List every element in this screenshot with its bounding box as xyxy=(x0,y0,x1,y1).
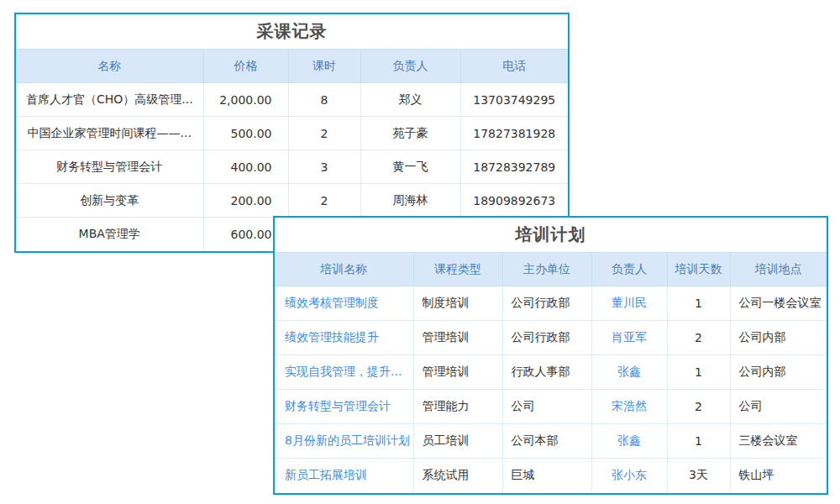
column-header-phone: 电话 xyxy=(460,50,568,83)
training-name-link[interactable]: 绩效管理技能提升 xyxy=(285,330,379,344)
days-cell: 1 xyxy=(667,286,730,321)
training-plan-panel: 培训计划 培训名称 课程类型 主办单位 负责人 培训天数 培训地点 绩效考核管理… xyxy=(273,216,828,495)
table-row: 绩效考核管理制度 制度培训 公司行政部 董川民 1 公司一楼会议室 xyxy=(275,286,827,321)
organizer-cell: 巨城 xyxy=(502,459,591,493)
hours-cell: 2 xyxy=(288,184,360,218)
manager-cell: 郑义 xyxy=(360,83,460,117)
column-header-price: 价格 xyxy=(203,50,288,83)
organizer-cell: 公司本部 xyxy=(502,424,591,459)
phone-cell: 13703749295 xyxy=(460,83,568,117)
table-row: 8月份新的员工培训计划 员工培训 公司本部 张鑫 1 三楼会议室 xyxy=(275,424,827,459)
column-header-course-type: 课程类型 xyxy=(413,253,502,286)
column-header-organizer: 主办单位 xyxy=(502,253,591,286)
location-cell: 公司内部 xyxy=(730,321,827,355)
training-name-link[interactable]: 实现自我管理，提升... xyxy=(285,365,402,378)
training-name-link[interactable]: 财务转型与管理会计 xyxy=(285,399,391,412)
days-cell: 1 xyxy=(667,424,730,459)
manager-cell: 张鑫 xyxy=(591,424,667,459)
hours-cell: 3 xyxy=(288,150,360,184)
table-row: 首席人才官（CHO）高级管理... 2,000.00 8 郑义 13703749… xyxy=(16,83,568,117)
manager-link[interactable]: 董川民 xyxy=(612,296,647,309)
organizer-cell: 公司行政部 xyxy=(502,321,591,355)
training-plan-title: 培训计划 xyxy=(275,218,827,252)
organizer-cell: 公司 xyxy=(502,390,591,424)
location-cell: 公司一楼会议室 xyxy=(730,286,827,321)
training-name-cell: 8月份新的员工培训计划 xyxy=(275,424,413,459)
manager-link[interactable]: 宋浩然 xyxy=(612,399,647,412)
column-header-training-name: 培训名称 xyxy=(275,253,413,286)
days-cell: 2 xyxy=(667,390,730,424)
training-name-cell: 新员工拓展培训 xyxy=(275,459,413,493)
table-row: 财务转型与管理会计 400.00 3 黄一飞 18728392789 xyxy=(16,150,568,184)
column-header-manager: 负责人 xyxy=(360,50,460,83)
location-cell: 公司 xyxy=(730,390,827,424)
course-type-cell: 管理培训 xyxy=(413,355,502,390)
manager-link[interactable]: 张鑫 xyxy=(617,433,641,447)
training-name-link[interactable]: 8月份新的员工培训计划 xyxy=(285,433,410,447)
location-cell: 铁山坪 xyxy=(730,459,827,493)
manager-link[interactable]: 张鑫 xyxy=(617,365,641,378)
organizer-cell: 行政人事部 xyxy=(502,355,591,390)
table-row: 绩效管理技能提升 管理培训 公司行政部 肖亚军 2 公司内部 xyxy=(275,321,827,355)
manager-link[interactable]: 张小东 xyxy=(612,468,647,481)
column-header-hours: 课时 xyxy=(288,50,360,83)
table-row: 实现自我管理，提升... 管理培训 行政人事部 张鑫 1 公司内部 xyxy=(275,355,827,390)
training-name-link[interactable]: 绩效考核管理制度 xyxy=(285,296,379,309)
manager-cell: 宋浩然 xyxy=(591,390,667,424)
price-cell: 200.00 xyxy=(203,184,288,218)
manager-cell: 董川民 xyxy=(591,286,667,321)
price-cell: 2,000.00 xyxy=(203,83,288,117)
training-name-cell: 实现自我管理，提升... xyxy=(275,355,413,390)
manager-cell: 肖亚军 xyxy=(591,321,667,355)
training-name-link[interactable]: 新员工拓展培训 xyxy=(285,468,367,481)
course-type-cell: 系统试用 xyxy=(413,459,502,493)
manager-link[interactable]: 肖亚军 xyxy=(612,330,647,344)
table-row: 财务转型与管理会计 管理能力 公司 宋浩然 2 公司 xyxy=(275,390,827,424)
organizer-cell: 公司行政部 xyxy=(502,286,591,321)
column-header-days: 培训天数 xyxy=(667,253,730,286)
manager-cell: 黄一飞 xyxy=(360,150,460,184)
phone-cell: 17827381928 xyxy=(460,117,568,150)
manager-cell: 苑子豪 xyxy=(360,117,460,150)
phone-cell: 18728392789 xyxy=(460,150,568,184)
column-header-manager: 负责人 xyxy=(591,253,667,286)
price-cell: 500.00 xyxy=(203,117,288,150)
manager-cell: 张鑫 xyxy=(591,355,667,390)
training-header-row: 培训名称 课程类型 主办单位 负责人 培训天数 培训地点 xyxy=(275,253,827,286)
column-header-location: 培训地点 xyxy=(730,253,827,286)
course-type-cell: 管理能力 xyxy=(413,390,502,424)
manager-cell: 张小东 xyxy=(591,459,667,493)
location-cell: 三楼会议室 xyxy=(730,424,827,459)
table-row: 中国企业家管理时间课程——... 500.00 2 苑子豪 1782738192… xyxy=(16,117,568,150)
course-name-cell: 首席人才官（CHO）高级管理... xyxy=(16,83,203,117)
hours-cell: 8 xyxy=(288,83,360,117)
purchase-header-row: 名称 价格 课时 负责人 电话 xyxy=(16,50,568,83)
course-name-cell: 中国企业家管理时间课程——... xyxy=(16,117,203,150)
phone-cell: 18909892673 xyxy=(460,184,568,218)
training-name-cell: 绩效考核管理制度 xyxy=(275,286,413,321)
table-row: 新员工拓展培训 系统试用 巨城 张小东 3天 铁山坪 xyxy=(275,459,827,493)
manager-cell: 周海林 xyxy=(360,184,460,218)
hours-cell: 2 xyxy=(288,117,360,150)
course-name-cell: 创新与变革 xyxy=(16,184,203,218)
training-name-cell: 财务转型与管理会计 xyxy=(275,390,413,424)
course-type-cell: 员工培训 xyxy=(413,424,502,459)
course-name-cell: MBA管理学 xyxy=(16,218,203,251)
days-cell: 1 xyxy=(667,355,730,390)
training-name-cell: 绩效管理技能提升 xyxy=(275,321,413,355)
days-cell: 2 xyxy=(667,321,730,355)
course-name-cell: 财务转型与管理会计 xyxy=(16,150,203,184)
price-cell: 400.00 xyxy=(203,150,288,184)
table-row: 创新与变革 200.00 2 周海林 18909892673 xyxy=(16,184,568,218)
course-type-cell: 管理培训 xyxy=(413,321,502,355)
training-plan-table: 培训名称 课程类型 主办单位 负责人 培训天数 培训地点 绩效考核管理制度 制度… xyxy=(275,252,827,493)
course-type-cell: 制度培训 xyxy=(413,286,502,321)
purchase-records-title: 采课记录 xyxy=(16,14,568,49)
days-cell: 3天 xyxy=(667,459,730,493)
location-cell: 公司内部 xyxy=(730,355,827,390)
column-header-name: 名称 xyxy=(16,50,203,83)
